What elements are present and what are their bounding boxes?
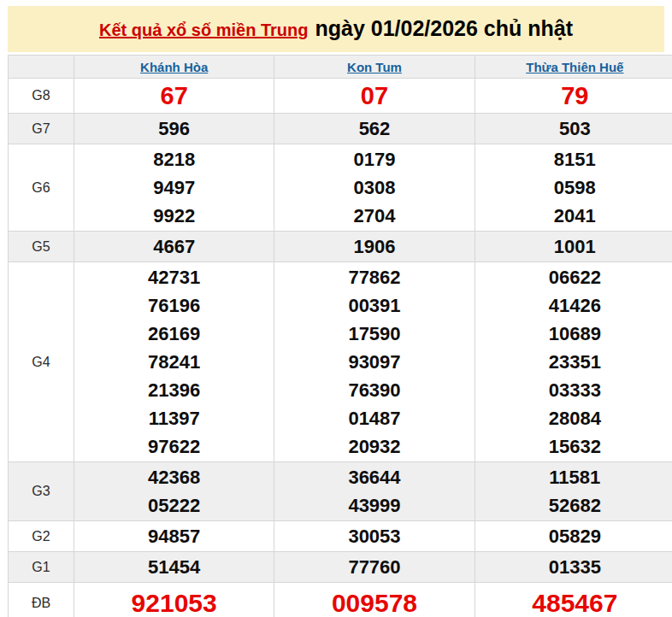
result-number: 1906 [274, 232, 474, 261]
result-number: 00391 [274, 291, 474, 320]
result-number: 20932 [274, 432, 474, 461]
prize-label: G7 [9, 114, 74, 144]
result-cell: 67 [74, 79, 274, 114]
result-number: 36644 [274, 463, 474, 491]
table-row: G3423680522236644439991158152682 [9, 462, 672, 521]
result-number: 76196 [74, 291, 274, 320]
result-cell: 06622414261068923351033332808415632 [475, 262, 672, 462]
result-cell: 77862003911759093097763900148720932 [274, 262, 475, 462]
prize-column-header [9, 56, 74, 79]
result-cell: 562 [274, 114, 475, 144]
result-number: 2041 [475, 202, 672, 230]
result-number: 0308 [274, 173, 474, 202]
result-number: 1001 [475, 232, 672, 261]
result-number: 01487 [274, 404, 474, 432]
result-cell: 94857 [74, 521, 274, 552]
result-number: 06622 [475, 263, 672, 291]
result-cell: 01335 [475, 552, 672, 583]
table-row: G5466719061001 [9, 232, 672, 262]
province-column-header: Khánh Hòa [74, 56, 274, 79]
result-cell: 815105982041 [475, 144, 672, 232]
result-number: 77862 [274, 263, 474, 291]
prize-label: ĐB [9, 583, 74, 617]
result-cell: 51454 [74, 552, 274, 583]
result-number: 05222 [74, 491, 274, 520]
result-cell: 009578 [274, 583, 475, 617]
result-cell: 1906 [274, 232, 475, 262]
prize-label: G4 [9, 262, 74, 462]
result-number: 485467 [475, 584, 672, 617]
results-table: Khánh HòaKon TumThừa Thiên Huế G8670779G… [8, 55, 672, 617]
draw-date-text: ngày 01/02/2026 chủ nhật [315, 16, 573, 40]
prize-label: G3 [9, 462, 74, 521]
result-number: 26169 [74, 320, 274, 348]
table-row: G8670779 [9, 79, 672, 114]
result-number: 2704 [274, 202, 474, 230]
result-cell: 1001 [475, 232, 672, 262]
result-number: 77760 [274, 553, 474, 581]
prize-label: G5 [9, 232, 74, 262]
result-number: 4667 [74, 232, 274, 261]
result-number: 921053 [74, 584, 274, 617]
province-column-header: Thừa Thiên Huế [475, 56, 672, 79]
result-cell: 921053 [74, 583, 274, 617]
result-number: 009578 [274, 584, 474, 617]
province-link-khánh-hòa[interactable]: Khánh Hòa [140, 60, 208, 74]
result-number: 9922 [74, 202, 274, 230]
result-cell: 821894979922 [74, 144, 274, 232]
result-number: 51454 [74, 553, 274, 581]
province-link-kon-tum[interactable]: Kon Tum [347, 60, 402, 74]
result-cell: 1158152682 [475, 462, 672, 521]
result-number: 11581 [475, 463, 672, 491]
result-cell: 4236805222 [74, 462, 274, 521]
result-number: 93097 [274, 348, 474, 376]
result-number: 10689 [475, 320, 672, 348]
table-row: ĐB921053009578485467 [9, 583, 672, 617]
result-number: 78241 [74, 348, 274, 376]
result-cell: 79 [475, 79, 672, 114]
result-number: 79 [475, 79, 672, 112]
table-row: G7596562503 [9, 114, 672, 144]
result-number: 8218 [74, 145, 274, 173]
result-cell: 42731761962616978241213961139797622 [74, 262, 274, 462]
lottery-results-link[interactable]: Kết quả xổ số miền Trung [99, 21, 308, 39]
prize-label: G6 [9, 144, 74, 232]
result-number: 94857 [74, 522, 274, 550]
result-number: 28084 [475, 404, 672, 432]
result-cell: 4667 [74, 232, 274, 262]
result-number: 03333 [475, 376, 672, 404]
result-number: 67 [74, 79, 274, 112]
result-number: 01335 [475, 553, 672, 581]
result-number: 07 [274, 79, 474, 112]
result-number: 41426 [475, 291, 672, 320]
table-row: G442731761962616978241213961139797622778… [9, 262, 672, 462]
result-number: 76390 [274, 376, 474, 404]
result-cell: 3664443999 [274, 462, 475, 521]
result-number: 0179 [274, 145, 474, 173]
result-number: 15632 [475, 432, 672, 461]
result-number: 97622 [74, 432, 274, 461]
prize-label: G2 [9, 521, 74, 552]
result-number: 43999 [274, 491, 474, 520]
result-number: 23351 [475, 348, 672, 376]
result-cell: 07 [274, 79, 475, 114]
result-number: 596 [74, 115, 274, 143]
result-cell: 596 [74, 114, 274, 144]
result-number: 30053 [274, 522, 474, 550]
result-cell: 77760 [274, 552, 475, 583]
result-cell: 017903082704 [274, 144, 475, 232]
result-number: 562 [274, 115, 474, 143]
province-link-thừa-thiên-huế[interactable]: Thừa Thiên Huế [526, 60, 623, 74]
result-cell: 503 [475, 114, 672, 144]
table-row: G1514547776001335 [9, 552, 672, 583]
result-number: 42368 [74, 463, 274, 491]
table-header-row: Khánh HòaKon TumThừa Thiên Huế [9, 56, 672, 79]
result-number: 17590 [274, 320, 474, 348]
result-number: 42731 [74, 263, 274, 291]
result-number: 52682 [475, 491, 672, 520]
table-row: G6821894979922017903082704815105982041 [9, 144, 672, 232]
result-number: 8151 [475, 145, 672, 173]
prize-label: G1 [9, 552, 74, 583]
result-number: 21396 [74, 376, 274, 404]
table-row: G2948573005305829 [9, 521, 672, 552]
